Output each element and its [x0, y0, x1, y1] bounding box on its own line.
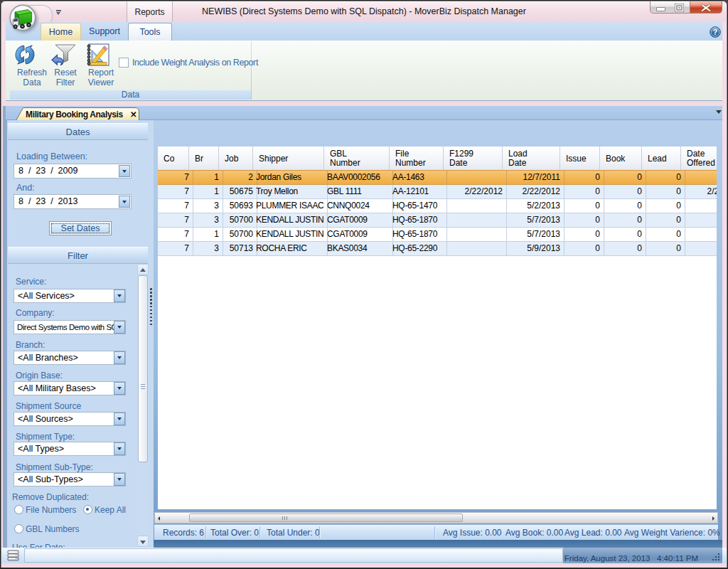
svg-text:?: ?	[713, 28, 717, 36]
